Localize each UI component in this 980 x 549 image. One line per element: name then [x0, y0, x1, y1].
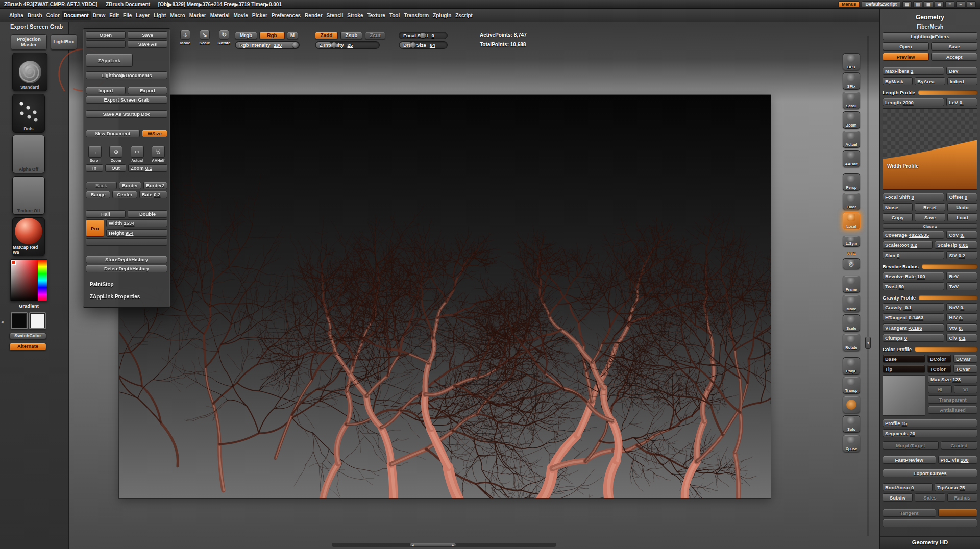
clv-slider[interactable]: ClV0.1 [946, 334, 977, 342]
transparent-button[interactable]: Transparent [928, 395, 977, 404]
blank-button[interactable] [86, 238, 167, 246]
tipaniso-slider[interactable]: TipAniso75 [935, 483, 977, 491]
section-profile-bar[interactable] [922, 264, 977, 269]
border2-button[interactable]: Border2 [143, 182, 167, 189]
titlebar-icon-button-1[interactable]: ▥ [913, 1, 922, 8]
main-color-swatch[interactable] [11, 312, 28, 329]
zoom-shelf-button[interactable]: Zoom [843, 111, 860, 129]
import-button[interactable]: Import [86, 87, 126, 94]
actual-shelf-button[interactable]: Actual [843, 131, 860, 148]
export-screen-grab-button[interactable]: Export Screen Grab [86, 96, 167, 104]
rate-slider[interactable]: Rate0.2 [139, 191, 167, 198]
transp-shelf-button[interactable]: Transp [843, 377, 860, 394]
lev-slider[interactable]: LeV0. [946, 98, 977, 106]
blank-button[interactable] [883, 519, 977, 527]
offset-slider[interactable]: Offset0 [946, 193, 977, 201]
section-profile-bar[interactable] [918, 90, 977, 95]
deletedepthhistory-button[interactable]: DeleteDepthHistory [86, 265, 167, 272]
current-texture-button[interactable]: Texture Off [12, 176, 45, 215]
bcolor-swatch[interactable]: BColor [927, 355, 951, 363]
center-button[interactable]: Center [112, 191, 137, 198]
menu-item-stroke[interactable]: Stroke [345, 11, 365, 20]
vertical-scrollbar[interactable]: ◂ [867, 36, 869, 536]
persp-shelf-button[interactable]: Persp [843, 173, 860, 191]
scale-tool-button[interactable]: ↘ Scale [195, 30, 214, 45]
current-alpha-button[interactable]: Alpha Off [12, 135, 45, 173]
htv-slider[interactable]: HtV0. [946, 313, 977, 321]
paintstop-menu-label[interactable]: PaintStop [86, 281, 167, 288]
rgb-button[interactable]: Rgb [259, 32, 285, 39]
save-button[interactable]: Save [931, 42, 977, 51]
guided-button[interactable]: Guided [941, 441, 977, 450]
rotate-shelf-button[interactable]: Rotate [843, 334, 860, 351]
vertical-scrollbar-handle[interactable]: ◂ [865, 337, 871, 349]
menu-item-zscript[interactable]: Zscript [453, 11, 474, 20]
menu-item-color[interactable]: Color [44, 11, 62, 20]
focal-shift-slider[interactable]: Focal Shift0 [883, 193, 944, 201]
menu-item-texture[interactable]: Texture [365, 11, 387, 20]
revolve-rate-slider[interactable]: Revolve Rate100 [883, 272, 944, 280]
menu-item-stencil[interactable]: Stencil [325, 11, 346, 20]
segments-slider[interactable]: Segments20 [883, 429, 977, 437]
close-button[interactable]: × [967, 1, 976, 8]
floor-shelf-button[interactable]: Floor [843, 193, 860, 210]
actual-icon-button[interactable]: 1:1Actual [128, 146, 146, 163]
vtangent-slider[interactable]: VTangent-0.196 [883, 323, 944, 332]
titlebar-icon-button-4[interactable]: ≡ [945, 1, 954, 8]
menu-item-document[interactable]: Document [62, 11, 91, 20]
menu-item-preferences[interactable]: Preferences [270, 11, 303, 20]
scaletip-slider[interactable]: ScaleTip0.01 [935, 241, 977, 249]
hl-button[interactable]: Hl [928, 385, 952, 393]
vl-button[interactable]: Vl [954, 385, 978, 393]
close-bar[interactable]: Close▴ [883, 223, 977, 229]
subdiv-button[interactable]: Subdiv [883, 493, 913, 502]
nov-slider[interactable]: NoV0. [946, 303, 977, 311]
storedepthhistory-button[interactable]: StoreDepthHistory [86, 256, 167, 263]
rootaniso-slider[interactable]: RootAniso0 [883, 483, 933, 491]
export-curves-button[interactable]: Export Curves [883, 469, 977, 477]
back-button[interactable]: Back [86, 182, 117, 189]
gravity-slider[interactable]: Gravity-0.1 [883, 303, 944, 311]
document-canvas[interactable] [119, 95, 771, 498]
width-slider[interactable]: Width1534 [106, 219, 167, 227]
menu-item-edit[interactable]: Edit [107, 11, 121, 20]
cov-slider[interactable]: CoV0. [946, 231, 977, 239]
horizontal-scrollbar[interactable]: ◂ ▸ [332, 543, 556, 547]
local-shelf-button[interactable]: Local [843, 212, 860, 230]
menu-item-file[interactable]: File [121, 11, 134, 20]
save-as-startup-doc-button[interactable]: Save As Startup Doc [86, 110, 167, 118]
maxfibers-slider[interactable]: MaxFibers1 [883, 67, 944, 75]
range-button[interactable]: Range [86, 191, 110, 198]
twv-slider[interactable]: TwV [946, 282, 977, 290]
left-tray-collapse-arrow[interactable]: ◂ [1, 319, 4, 325]
move-tool-button[interactable]: ↔↕ Move [176, 30, 194, 45]
menu-item-draw[interactable]: Draw [91, 11, 107, 20]
secondary-color-swatch[interactable] [29, 312, 46, 329]
menu-item-marker[interactable]: Marker [187, 11, 208, 20]
z-intensity-slider[interactable]: Z Intensity 25 [315, 41, 380, 49]
xyz-shelf-button[interactable]: XYZ [843, 249, 860, 256]
gyro-shelf-button[interactable]: ◎ [843, 258, 860, 269]
copy-button[interactable]: Copy [883, 213, 913, 221]
out-button[interactable]: Out [105, 164, 126, 172]
fibermesh-subpalette-title[interactable]: FiberMesh [883, 23, 977, 30]
open-button[interactable]: Open [86, 31, 126, 39]
fastpreview-button[interactable]: FastPreview [883, 456, 936, 464]
rgb-intensity-slider[interactable]: Rgb Intensity 100 [235, 41, 300, 49]
menu-item-alpha[interactable]: Alpha [7, 11, 26, 20]
morphtarget-button[interactable]: MorphTarget [883, 441, 939, 450]
reset-button[interactable]: Reset [915, 203, 945, 211]
coverage-slider[interactable]: Coverage482.2535 [883, 231, 944, 239]
current-stroke-button[interactable]: Dots [12, 94, 45, 133]
sides-button[interactable]: Sides [915, 493, 945, 502]
new-document-button[interactable]: New Document [86, 130, 140, 137]
color-picker[interactable] [10, 259, 47, 301]
draw-size-slider[interactable]: Draw Size 64 [399, 41, 448, 49]
horizontal-scrollbar-handle[interactable]: ◂ ▸ [409, 543, 456, 547]
scaleroot-slider[interactable]: ScaleRoot0.2 [883, 241, 933, 249]
menu-item-picker[interactable]: Picker [250, 11, 270, 20]
slider-knob[interactable] [292, 42, 298, 48]
slider-knob[interactable] [410, 42, 416, 48]
in-button[interactable]: In [86, 164, 103, 172]
aahalf-shelf-button[interactable]: AAHalf [843, 150, 860, 167]
